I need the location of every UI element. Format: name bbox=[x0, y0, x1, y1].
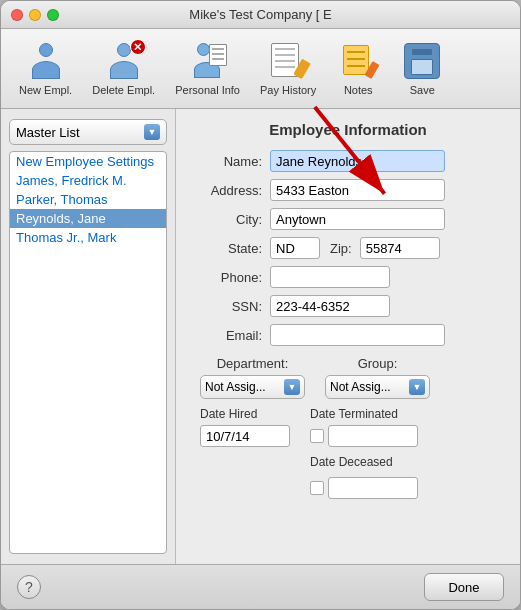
city-row: City: bbox=[192, 208, 504, 230]
group-arrow-icon: ▼ bbox=[409, 379, 425, 395]
right-panel: Employee Information Name: Address: City… bbox=[176, 109, 520, 564]
help-button[interactable]: ? bbox=[17, 575, 41, 599]
address-input[interactable] bbox=[270, 179, 445, 201]
group-label: Group: bbox=[325, 356, 430, 371]
date-terminated-row bbox=[310, 425, 418, 447]
minimize-button[interactable] bbox=[29, 9, 41, 21]
pay-history-icon bbox=[268, 41, 308, 81]
name-row: Name: bbox=[192, 150, 504, 172]
email-input[interactable] bbox=[270, 324, 445, 346]
window-title: Mike's Test Company [ E bbox=[189, 7, 331, 22]
zip-label: Zip: bbox=[330, 241, 352, 256]
employee-item-james[interactable]: James, Fredrick M. bbox=[10, 171, 166, 190]
phone-row: Phone: bbox=[192, 266, 504, 288]
date-terminated-checkbox[interactable] bbox=[310, 429, 324, 443]
zip-container: Zip: bbox=[270, 237, 440, 259]
date-terminated-input[interactable] bbox=[328, 425, 418, 447]
personal-info-icon bbox=[188, 41, 228, 81]
master-list-label: Master List bbox=[16, 125, 80, 140]
done-label: Done bbox=[448, 580, 479, 595]
state-zip-row: State: Zip: bbox=[192, 237, 504, 259]
save-label: Save bbox=[410, 84, 435, 96]
dates-row: Date Hired Date Terminated Date Deceased bbox=[200, 407, 504, 503]
department-label: Department: bbox=[200, 356, 305, 371]
traffic-lights bbox=[11, 9, 59, 21]
master-list-dropdown[interactable]: Master List ▼ bbox=[9, 119, 167, 145]
date-terminated-group: Date Terminated Date Deceased bbox=[310, 407, 418, 503]
department-value: Not Assig... bbox=[205, 380, 266, 394]
delete-empl-button[interactable]: ✕ Delete Empl. bbox=[84, 37, 163, 100]
date-deceased-input[interactable] bbox=[328, 477, 418, 499]
new-empl-icon bbox=[26, 41, 66, 81]
address-label: Address: bbox=[192, 183, 262, 198]
sidebar: Master List ▼ New Employee Settings Jame… bbox=[1, 109, 176, 564]
maximize-button[interactable] bbox=[47, 9, 59, 21]
department-group: Department: Not Assig... ▼ bbox=[200, 356, 305, 399]
new-empl-button[interactable]: New Empl. bbox=[11, 37, 80, 100]
notes-icon bbox=[338, 41, 378, 81]
state-input[interactable] bbox=[270, 237, 320, 259]
personal-info-button[interactable]: Personal Info bbox=[167, 37, 248, 100]
dept-group-row: Department: Not Assig... ▼ Group: Not As… bbox=[200, 356, 504, 399]
main-window: Mike's Test Company [ E New Empl. ✕ bbox=[0, 0, 521, 610]
employee-item-parker[interactable]: Parker, Thomas bbox=[10, 190, 166, 209]
date-hired-label: Date Hired bbox=[200, 407, 290, 421]
toolbar: New Empl. ✕ Delete Empl. bbox=[1, 29, 520, 109]
delete-badge-icon: ✕ bbox=[130, 39, 146, 55]
main-content: Master List ▼ New Employee Settings Jame… bbox=[1, 109, 520, 564]
name-input[interactable] bbox=[270, 150, 445, 172]
zip-input[interactable] bbox=[360, 237, 440, 259]
group-dropdown[interactable]: Not Assig... ▼ bbox=[325, 375, 430, 399]
ssn-input[interactable] bbox=[270, 295, 390, 317]
master-list-arrow-icon: ▼ bbox=[144, 124, 160, 140]
date-deceased-check-row bbox=[310, 477, 418, 499]
date-terminated-label: Date Terminated bbox=[310, 407, 418, 421]
notes-button[interactable]: Notes bbox=[328, 37, 388, 100]
city-label: City: bbox=[192, 212, 262, 227]
phone-input[interactable] bbox=[270, 266, 390, 288]
employee-item-reynolds[interactable]: Reynolds, Jane bbox=[10, 209, 166, 228]
title-bar: Mike's Test Company [ E bbox=[1, 1, 520, 29]
address-row: Address: bbox=[192, 179, 504, 201]
date-hired-group: Date Hired bbox=[200, 407, 290, 447]
save-icon bbox=[402, 41, 442, 81]
city-input[interactable] bbox=[270, 208, 445, 230]
date-deceased-row: Date Deceased bbox=[310, 455, 418, 469]
group-group: Group: Not Assig... ▼ bbox=[325, 356, 430, 399]
date-hired-input[interactable] bbox=[200, 425, 290, 447]
new-empl-label: New Empl. bbox=[19, 84, 72, 96]
date-deceased-label: Date Deceased bbox=[310, 455, 393, 469]
employee-item-thomas[interactable]: Thomas Jr., Mark bbox=[10, 228, 166, 247]
save-button[interactable]: Save bbox=[392, 37, 452, 100]
group-value: Not Assig... bbox=[330, 380, 391, 394]
notes-label: Notes bbox=[344, 84, 373, 96]
help-icon: ? bbox=[25, 579, 33, 595]
employee-item-new-settings[interactable]: New Employee Settings bbox=[10, 152, 166, 171]
personal-info-label: Personal Info bbox=[175, 84, 240, 96]
department-dropdown[interactable]: Not Assig... ▼ bbox=[200, 375, 305, 399]
employee-list: New Employee Settings James, Fredrick M.… bbox=[9, 151, 167, 554]
email-label: Email: bbox=[192, 328, 262, 343]
email-row: Email: bbox=[192, 324, 504, 346]
done-button[interactable]: Done bbox=[424, 573, 504, 601]
delete-empl-label: Delete Empl. bbox=[92, 84, 155, 96]
state-label: State: bbox=[192, 241, 262, 256]
name-label: Name: bbox=[192, 154, 262, 169]
footer: ? Done bbox=[1, 564, 520, 609]
ssn-row: SSN: bbox=[192, 295, 504, 317]
close-button[interactable] bbox=[11, 9, 23, 21]
ssn-label: SSN: bbox=[192, 299, 262, 314]
date-deceased-checkbox[interactable] bbox=[310, 481, 324, 495]
department-arrow-icon: ▼ bbox=[284, 379, 300, 395]
pay-history-label: Pay History bbox=[260, 84, 316, 96]
phone-label: Phone: bbox=[192, 270, 262, 285]
delete-empl-icon: ✕ bbox=[104, 41, 144, 81]
section-title: Employee Information bbox=[192, 121, 504, 138]
pay-history-button[interactable]: Pay History bbox=[252, 37, 324, 100]
